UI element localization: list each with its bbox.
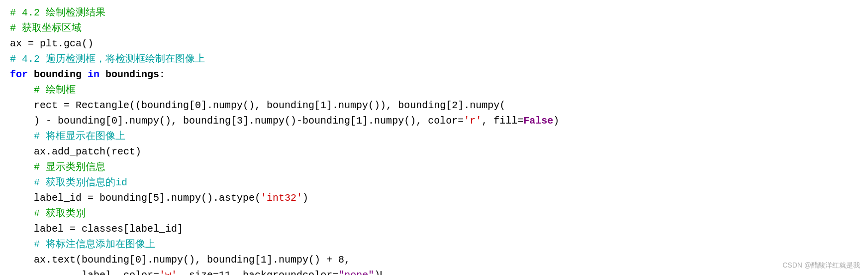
code-line: ) - bounding[0].numpy(), bounding[3].num… <box>10 113 858 129</box>
code-token: ax.text(bounding[0].numpy(), bounding[1]… <box>10 254 350 266</box>
code-line: # 显示类别信息 <box>10 159 858 175</box>
code-line: # 绘制框 <box>10 82 858 98</box>
code-token: label, color= <box>10 270 159 275</box>
code-line: rect = Rectangle((bounding[0].numpy(), b… <box>10 98 858 113</box>
code-token: # 获取类别 <box>10 208 86 219</box>
code-line: ax.add_patch(rect) <box>10 144 858 159</box>
code-line: label_id = bounding[5].numpy().astype('i… <box>10 190 858 206</box>
code-line: ax.text(bounding[0].numpy(), bounding[1]… <box>10 252 858 268</box>
code-line: # 4.2 遍历检测框，将检测框绘制在图像上 <box>10 51 858 67</box>
code-block: # 4.2 绘制检测结果# 获取坐标区域ax = plt.gca()# 4.2 … <box>10 5 858 275</box>
code-token: boundings: <box>99 69 165 80</box>
code-token: for <box>10 69 28 80</box>
code-line: # 4.2 绘制检测结果 <box>10 5 858 20</box>
text-cursor <box>381 271 382 275</box>
code-token: # 将框显示在图像上 <box>10 131 125 142</box>
code-line: for bounding in boundings: <box>10 67 858 82</box>
code-token: rect = Rectangle((bounding[0].numpy(), b… <box>10 100 505 111</box>
code-token: # 绘制框 <box>10 84 76 96</box>
code-token: # 将标注信息添加在图像上 <box>10 239 155 250</box>
code-editor: # 4.2 绘制检测结果# 获取坐标区域ax = plt.gca()# 4.2 … <box>0 0 868 275</box>
code-token: ) <box>553 115 559 127</box>
code-token: # 显示类别信息 <box>10 161 105 173</box>
code-token: "none" <box>338 270 374 275</box>
code-line: label = classes[label_id] <box>10 221 858 237</box>
code-line: ax = plt.gca() <box>10 36 858 51</box>
code-token: 'r' <box>464 115 482 127</box>
code-token: # 4.2 绘制检测结果 <box>10 7 105 18</box>
code-token: label = classes[label_id] <box>10 223 183 235</box>
code-token: # 获取类别信息的id <box>10 177 127 188</box>
code-line: # 将框显示在图像上 <box>10 129 858 144</box>
code-token: ) <box>302 192 308 204</box>
code-line: # 将标注信息添加在图像上 <box>10 237 858 252</box>
code-token: 'w' <box>159 270 177 275</box>
code-token: , fill= <box>482 115 523 127</box>
code-token: ) - bounding[0].numpy(), bounding[3].num… <box>10 115 464 127</box>
code-line: # 获取类别 <box>10 206 858 221</box>
code-token: , size=11, backgroundcolor= <box>177 270 338 275</box>
code-token: # 4.2 遍历检测框，将检测框绘制在图像上 <box>10 53 205 65</box>
code-token: label_id = bounding[5].numpy().astype( <box>10 192 261 204</box>
code-token: ) <box>374 270 380 275</box>
code-token: 'int32' <box>261 192 302 204</box>
code-token: ax.add_patch(rect) <box>10 146 141 157</box>
code-token: False <box>523 115 553 127</box>
code-token: ax = plt.gca() <box>10 38 94 49</box>
code-line: # 获取坐标区域 <box>10 20 858 36</box>
code-token: bounding <box>28 69 88 80</box>
code-line: # 获取类别信息的id <box>10 175 858 190</box>
code-token: # 获取坐标区域 <box>10 22 82 34</box>
watermark: CSDN @醋酸洋红就是我 <box>782 260 860 271</box>
code-line: label, color='w', size=11, backgroundcol… <box>10 268 858 275</box>
code-token: in <box>88 69 99 80</box>
